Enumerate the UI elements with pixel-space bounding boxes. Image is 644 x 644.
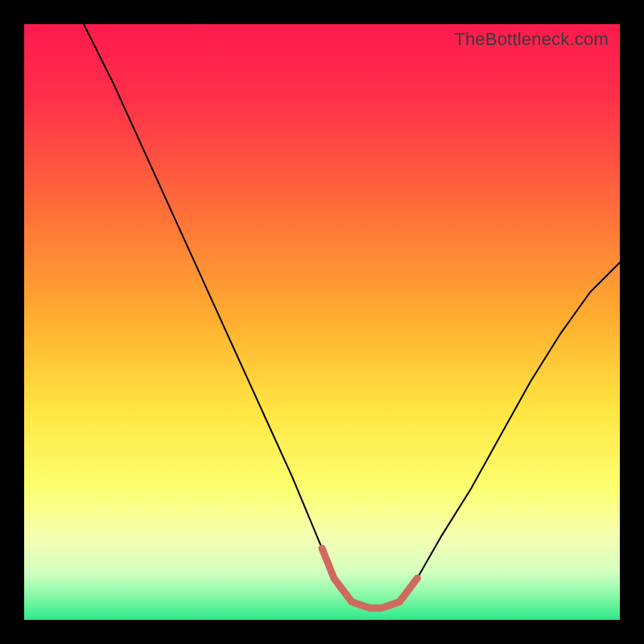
chart-frame: TheBottleneck.com — [0, 0, 644, 644]
valley-highlight — [322, 548, 417, 608]
watermark-text: TheBottleneck.com — [454, 29, 609, 50]
plot-area: TheBottleneck.com — [24, 24, 620, 620]
bottleneck-curve — [84, 24, 620, 608]
curves-layer — [24, 24, 620, 620]
